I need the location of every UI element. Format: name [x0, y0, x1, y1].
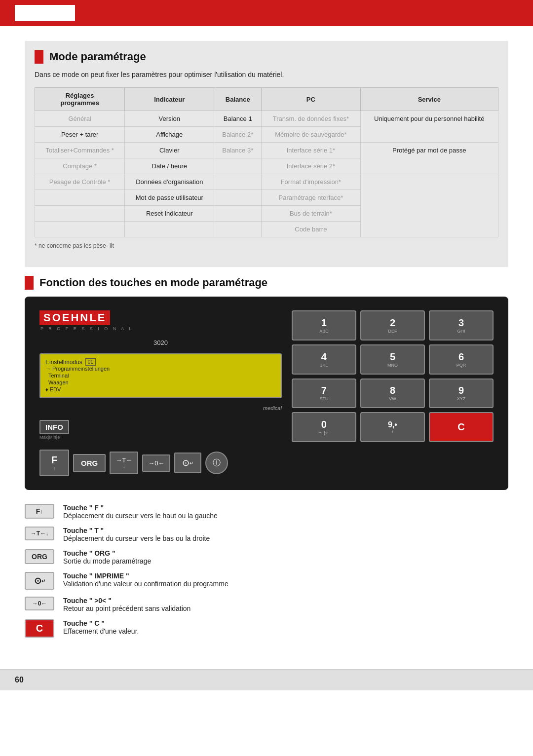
key-9-letters: XYZ — [457, 396, 466, 401]
on-button[interactable]: Ⓘ — [205, 452, 228, 474]
cell-reglages-5: Pesage de Contrôle * — [35, 174, 125, 190]
section1-heading: Mode paramétrage — [49, 50, 146, 63]
legend-row-zero: →0← Touche " >0< " Retour au point précé… — [25, 597, 508, 612]
cell-balance-4 — [214, 158, 262, 174]
badge-c: C — [25, 619, 54, 638]
cell-pc-8: Code barre — [262, 222, 360, 237]
key-5[interactable]: 5 MNO — [360, 344, 425, 375]
disp-mode-box: 01 — [85, 358, 96, 366]
cell-balance-8 — [214, 222, 262, 237]
table-row: Pesage de Contrôle * Données d'organisat… — [35, 174, 498, 190]
desc-c: Touche " C " Effacement d'une valeur. — [63, 619, 139, 635]
cell-indicateur-1: Version — [125, 111, 214, 127]
key-1-letters: ABC — [319, 329, 329, 334]
cell-pc-4: Interface série 2* — [262, 158, 360, 174]
desc-print-text: Validation d'une valeur ou confirmation … — [63, 580, 228, 588]
desc-c-title: Touche " C " — [63, 619, 139, 627]
key-1[interactable]: 1 ABC — [292, 310, 356, 340]
legend-row-org: ORG Touche " ORG " Sortie du mode paramé… — [25, 549, 508, 565]
key-3[interactable]: 3 GHI — [429, 310, 494, 340]
desc-t: Touche " T " Déplacement du curseur vers… — [63, 527, 210, 542]
badge-f: F ↑ — [25, 504, 54, 519]
section1-intro: Dans ce mode on peut fixer les paramètre… — [35, 71, 498, 78]
desc-org-text: Sortie du mode paramétrage — [63, 557, 151, 565]
f-button[interactable]: F ↑ — [39, 450, 69, 476]
section2-title-row: Fonction des touches en mode paramétrage — [25, 276, 508, 290]
desc-f-text: Déplacement du curseur vers le haut ou l… — [63, 512, 218, 520]
header-tab: Français — [15, 5, 75, 21]
param-table: Réglagesprogrammes Indicateur Balance PC… — [35, 87, 498, 237]
cell-pc-6: Paramétrage nterface* — [262, 190, 360, 206]
legend-row-print: ⊙↵ Touche " IMPRIME " Validation d'une v… — [25, 572, 508, 590]
cell-reglages-6 — [35, 190, 125, 206]
key-c-label: C — [457, 421, 464, 433]
header-bar: Français — [0, 0, 533, 26]
desc-print-title: Touche " IMPRIME " — [63, 572, 228, 580]
key-2-num: 2 — [390, 317, 395, 329]
cell-reglages-1: Général — [35, 111, 125, 127]
org-button[interactable]: ORG — [73, 454, 106, 472]
key-dot-num: 9,• — [388, 420, 397, 429]
cell-indicateur-6: Mot de passe utilisateur — [125, 190, 214, 206]
t-sub: ↓ — [123, 464, 125, 469]
cell-service-1: Uniquement pour du personnel habilité — [360, 111, 498, 143]
cell-pc-7: Bus de terrain* — [262, 206, 360, 222]
key-7[interactable]: 7 STU — [292, 378, 356, 409]
badge-zero: →0← — [25, 597, 54, 610]
device-keypad: 1 ABC 2 DEF 3 GHI 4 JKL — [292, 310, 494, 476]
info-button[interactable]: INFO — [39, 420, 69, 434]
section2-heading: Fonction des touches en mode paramétrage — [39, 276, 267, 289]
key-legend: F ↑ Touche " F " Déplacement du curseur … — [25, 504, 508, 638]
cell-pc-3: Interface série 1* — [262, 143, 360, 158]
badge-org: ORG — [25, 549, 54, 564]
desc-print: Touche " IMPRIME " Validation d'une vale… — [63, 572, 228, 588]
cell-balance-3: Balance 3* — [214, 143, 262, 158]
key-6-num: 6 — [458, 351, 464, 363]
key-c[interactable]: C — [429, 412, 494, 442]
cell-balance-6 — [214, 190, 262, 206]
f-sub: ↑ — [53, 466, 56, 471]
col-indicateur: Indicateur — [125, 88, 214, 111]
key-8-num: 8 — [390, 385, 395, 396]
print-button[interactable]: ⊙↵ — [174, 453, 201, 473]
key-0-letters: +|-|↵ — [319, 430, 329, 435]
cell-indicateur-8 — [125, 222, 214, 237]
key-9-num: 9 — [458, 385, 464, 396]
cell-service-2: Protégé par mot de passe — [360, 143, 498, 174]
disp-line-2: Terminal — [45, 373, 276, 378]
disp-line-4: ♦ EDV — [45, 386, 276, 392]
cell-reglages-4: Comptage * — [35, 158, 125, 174]
disp-line-3: Waagen — [45, 379, 276, 385]
key-2-letters: DEF — [388, 329, 397, 334]
zero-button[interactable]: →0← — [142, 454, 170, 472]
cell-balance-2: Balance 2* — [214, 127, 262, 143]
desc-c-text: Effacement d'une valeur. — [63, 627, 139, 635]
key-8[interactable]: 8 VW — [360, 378, 425, 409]
legend-row-t: →T←↓ Touche " T " Déplacement du curseur… — [25, 527, 508, 542]
medical-text: medical — [39, 405, 282, 411]
key-dot[interactable]: 9,• / — [360, 412, 425, 442]
desc-t-text: Déplacement du curseur vers le bas ou la… — [63, 534, 210, 542]
key-0[interactable]: 0 +|-|↵ — [292, 412, 356, 442]
cell-balance-1: Balance 1 — [214, 111, 262, 127]
table-row: Totaliser+Commandes * Clavier Balance 3*… — [35, 143, 498, 158]
t-button[interactable]: →T← ↓ — [110, 452, 138, 474]
section1-title-row: Mode paramétrage — [35, 50, 498, 64]
footnote: * ne concerne pas les pèse- lit — [35, 242, 498, 249]
professional-text: P R O F E S S I O N A L — [39, 326, 282, 331]
header-label: Français — [24, 8, 66, 18]
key-0-num: 0 — [321, 419, 327, 430]
key-4[interactable]: 4 JKL — [292, 344, 356, 375]
table-row: Général Version Balance 1 Transm. de don… — [35, 111, 498, 127]
key-2[interactable]: 2 DEF — [360, 310, 425, 340]
device-left: SOEHNLE P R O F E S S I O N A L 3020 Ein… — [39, 310, 282, 476]
key-6[interactable]: 6 PQR — [429, 344, 494, 375]
cell-reglages-3: Totaliser+Commandes * — [35, 143, 125, 158]
desc-zero: Touche " >0< " Retour au point précédent… — [63, 597, 190, 612]
key-9[interactable]: 9 XYZ — [429, 378, 494, 409]
key-3-letters: GHI — [457, 329, 465, 334]
cell-reglages-7 — [35, 206, 125, 222]
cell-pc-5: Format d'impression* — [262, 174, 360, 190]
disp-mode-line: Einstellmodus 01 — [45, 358, 276, 366]
key-1-num: 1 — [321, 317, 327, 329]
